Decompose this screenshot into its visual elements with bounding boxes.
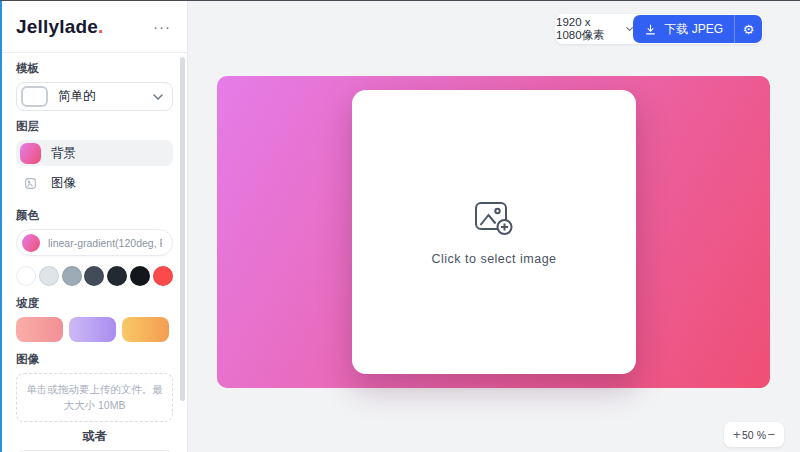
color-value-field[interactable]: linear-gradient(120deg, RGBA — [16, 229, 173, 256]
sidebar: Jellylade. ··· 模板 简单的 图层 背景 图像 颜色 linear… — [2, 1, 188, 452]
image-placeholder-card[interactable]: Click to select image — [352, 90, 636, 374]
download-icon — [644, 23, 657, 36]
layers-label: 图层 — [16, 119, 173, 134]
image-upload-label: 图像 — [16, 352, 173, 367]
template-select[interactable]: 简单的 — [16, 82, 173, 111]
sidebar-scrollbar[interactable] — [180, 57, 185, 401]
settings-button[interactable]: ⚙ — [735, 15, 762, 43]
logo-dot: . — [98, 16, 103, 37]
color-swatch[interactable] — [130, 266, 150, 286]
background-layer-swatch — [20, 143, 41, 164]
sidebar-body: 模板 简单的 图层 背景 图像 颜色 linear-gradient(120de… — [2, 53, 187, 452]
template-label: 模板 — [16, 61, 173, 76]
layer-label: 图像 — [51, 175, 76, 192]
more-menu-button[interactable]: ··· — [151, 15, 173, 38]
zoom-out-button[interactable]: − — [767, 428, 775, 441]
gradient-label: 坡度 — [16, 296, 173, 311]
image-layer-icon — [20, 177, 41, 190]
canvas-size-value: 1920 x 1080像素 — [556, 16, 618, 43]
color-swatch[interactable] — [16, 266, 36, 286]
chevron-down-icon — [153, 94, 163, 100]
gradient-preset[interactable] — [69, 317, 116, 342]
layer-item-background[interactable]: 背景 — [16, 140, 173, 166]
download-button-label: 下载 JPEG — [664, 21, 723, 38]
canvas-size-select[interactable]: 1920 x 1080像素 — [556, 16, 633, 43]
or-divider-text: 或者 — [16, 428, 173, 445]
color-swatch[interactable] — [62, 266, 82, 286]
zoom-in-button[interactable]: + — [733, 428, 741, 441]
dropzone-text: 单击或拖动要上传的文件。最大大小 10MB — [26, 383, 163, 411]
zoom-control: + 50 % − — [724, 422, 784, 447]
template-value: 简单的 — [58, 88, 143, 105]
color-value-dot — [22, 234, 40, 252]
color-swatch[interactable] — [153, 266, 173, 286]
gradient-preset[interactable] — [16, 317, 63, 342]
color-swatch[interactable] — [39, 266, 59, 286]
color-value-text: linear-gradient(120deg, RGBA — [48, 237, 162, 249]
app-logo: Jellylade. — [16, 16, 104, 38]
download-button[interactable]: 下载 JPEG — [633, 15, 734, 43]
chevron-down-icon — [626, 26, 633, 32]
placeholder-caption: Click to select image — [431, 252, 556, 266]
color-swatch[interactable] — [107, 266, 127, 286]
canvas-board[interactable]: Click to select image — [217, 76, 770, 388]
gear-icon: ⚙ — [743, 22, 755, 37]
color-swatch-row — [16, 266, 173, 286]
zoom-value: 50 % — [742, 429, 766, 441]
template-thumbnail — [21, 86, 48, 107]
gradient-preset-row — [16, 317, 173, 342]
color-swatch[interactable] — [84, 266, 104, 286]
top-toolbar: 1920 x 1080像素 下载 JPEG ⚙ — [555, 14, 763, 44]
upload-dropzone[interactable]: 单击或拖动要上传的文件。最大大小 10MB — [16, 373, 173, 422]
sidebar-header: Jellylade. ··· — [2, 1, 187, 53]
layer-item-image[interactable]: 图像 — [16, 171, 173, 196]
gradient-preset[interactable] — [122, 317, 169, 342]
image-plus-icon — [472, 199, 516, 237]
color-label: 颜色 — [16, 208, 173, 223]
window-edge-accent — [0, 1, 2, 452]
layer-label: 背景 — [51, 145, 76, 162]
app-logo-text: Jellylade — [16, 16, 98, 37]
download-button-group: 下载 JPEG ⚙ — [633, 15, 762, 43]
